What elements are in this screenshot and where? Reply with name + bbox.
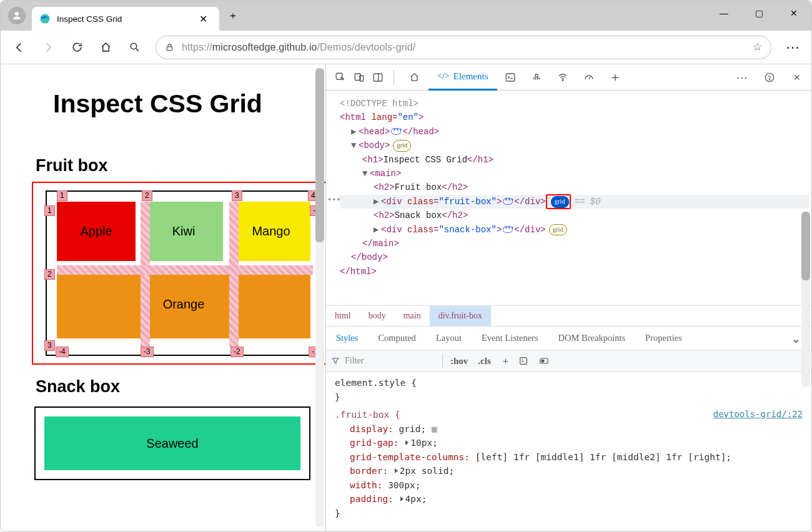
grid-label: 1 [57,190,67,201]
network-icon[interactable] [553,68,572,87]
grid-label: 2 [44,269,55,280]
devtools-scrollbar[interactable] [801,212,810,387]
new-tab-button[interactable]: ＋ [224,7,242,24]
tab-properties[interactable]: Properties [635,327,692,350]
device-toolbar-icon[interactable] [350,68,369,87]
tab-styles[interactable]: Styles [326,327,368,350]
tab-event-listeners[interactable]: Event Listeners [472,327,548,350]
devtools-toolbar: </> Elements ＋ ⋯ ✕ [326,64,811,91]
maximize-button[interactable]: ▢ [741,1,776,26]
computed-styles-icon[interactable] [518,356,533,366]
edge-favicon [39,13,51,24]
tab-title: Inspect CSS Grid [57,14,188,24]
devtools-panel: </> Elements ＋ ⋯ ✕ <!DOCTYPE html> <html… [325,64,811,532]
svg-point-12 [769,79,770,80]
devtools-settings-icon[interactable]: ⋯ [733,68,751,87]
grid-label: -3 [141,347,154,357]
grid-label: -4 [56,347,69,357]
crumb-body[interactable]: body [360,306,395,326]
svg-rect-13 [520,358,527,365]
crumb-main[interactable]: main [395,306,430,326]
dom-tree[interactable]: <!DOCTYPE html> <html lang="en"> ▶<head>… [326,91,811,305]
performance-icon[interactable] [580,68,598,87]
browser-toolbar: https://microsoftedge.github.io/Demos/de… [1,31,811,64]
cell-orange: Orange [57,270,310,338]
page-scrollbar[interactable] [315,68,324,527]
tab-welcome[interactable] [400,64,428,91]
cls-button[interactable]: .cls [475,356,493,367]
browser-tab[interactable]: Inspect CSS Grid ✕ [32,7,219,31]
selected-dom-node[interactable]: ▶<div class="fruit-box"></div>grid== $0 [340,195,809,209]
cell-seaweed: Seaweed [44,416,300,470]
cell-apple: Apple [57,202,136,261]
sources-icon[interactable] [527,68,546,87]
settings-menu-button[interactable]: ⋯ [780,35,805,60]
page-title: Inspect CSS Grid [53,89,325,119]
console-icon[interactable] [501,68,520,87]
search-button[interactable] [122,35,147,60]
element-style-rule: element.style { [335,376,805,390]
forward-button[interactable] [36,35,61,60]
grid-badge[interactable]: grid [393,140,411,152]
hov-button[interactable]: :hov [448,356,470,367]
tab-elements[interactable]: </> Elements [428,64,497,91]
close-tab-icon[interactable]: ✕ [194,10,212,27]
grid-badge-active[interactable]: grid [551,196,569,208]
minimize-button[interactable]: ― [706,1,741,26]
svg-point-10 [562,79,563,81]
fruit-heading: Fruit box [36,156,325,175]
crumb-selected[interactable]: div.fruit-box [430,306,491,326]
grid-badge[interactable]: grid [549,224,567,236]
snack-heading: Snack box [36,377,325,397]
selection-highlight: 1 2 3 4 1 2 3 -1 -4 -3 -2 -1 Apple [32,182,325,365]
svg-rect-3 [167,47,172,51]
profile-icon[interactable] [8,7,26,24]
address-bar[interactable]: https://microsoftedge.github.io/Demos/de… [156,36,771,59]
grid-label: 2 [142,190,152,201]
window-controls: ― ▢ ✕ [706,1,811,26]
window-titlebar: Inspect CSS Grid ✕ ＋ ― ▢ ✕ [1,1,811,31]
svg-rect-4 [336,73,342,79]
svg-point-9 [535,74,538,77]
close-devtools-icon[interactable]: ✕ [788,68,806,87]
grid-label: 3 [44,340,55,351]
grid-label: 3 [232,190,242,201]
svg-point-2 [131,43,137,49]
favorite-icon[interactable]: ☆ [753,41,762,54]
new-rule-icon[interactable]: ＋ [498,355,513,367]
tab-dom-breakpoints[interactable]: DOM Breakpoints [548,327,636,350]
tab-elements-label: Elements [453,71,488,82]
breadcrumb: html body main div.fruit-box [326,305,811,326]
close-window-button[interactable]: ✕ [776,1,811,26]
fruit-box: 1 2 3 4 1 2 3 -1 -4 -3 -2 -1 Apple [46,190,322,356]
help-icon[interactable] [760,68,779,87]
grid-editor-icon[interactable]: ▦ [432,424,437,434]
chevron-down-icon[interactable]: ⌄ [791,331,801,346]
svg-point-15 [542,360,544,362]
grid-label: 1 [44,205,55,216]
url-text: https://microsoftedge.github.io/Demos/de… [182,42,745,53]
doctype: <!DOCTYPE html> [340,99,418,109]
lock-icon[interactable] [165,42,174,52]
styles-filter[interactable]: Filter [331,356,437,366]
inspect-element-icon[interactable] [331,68,350,87]
cell-mango: Mango [232,202,310,261]
source-link[interactable]: devtools-grid/:22 [713,408,803,421]
svg-rect-7 [374,74,382,81]
dock-side-icon[interactable] [369,68,387,87]
toggle-icon[interactable] [538,356,553,366]
back-button[interactable] [7,35,32,60]
refresh-button[interactable] [64,35,89,60]
page-viewport: Inspect CSS Grid Fruit box 1 2 3 4 1 2 3… [1,64,325,532]
svg-rect-8 [506,74,515,81]
grid-label: -2 [230,347,244,357]
home-button[interactable] [93,35,118,60]
styles-pane[interactable]: element.style { } .fruit-box {devtools-g… [326,372,811,532]
svg-point-1 [41,14,50,24]
tab-layout[interactable]: Layout [426,327,472,350]
styles-tabs: Styles Computed Layout Event Listeners D… [326,326,811,350]
crumb-html[interactable]: html [326,306,360,326]
tab-computed[interactable]: Computed [368,327,425,350]
more-tabs-icon[interactable]: ＋ [606,68,625,87]
cell-kiwi: Kiwi [144,202,223,261]
